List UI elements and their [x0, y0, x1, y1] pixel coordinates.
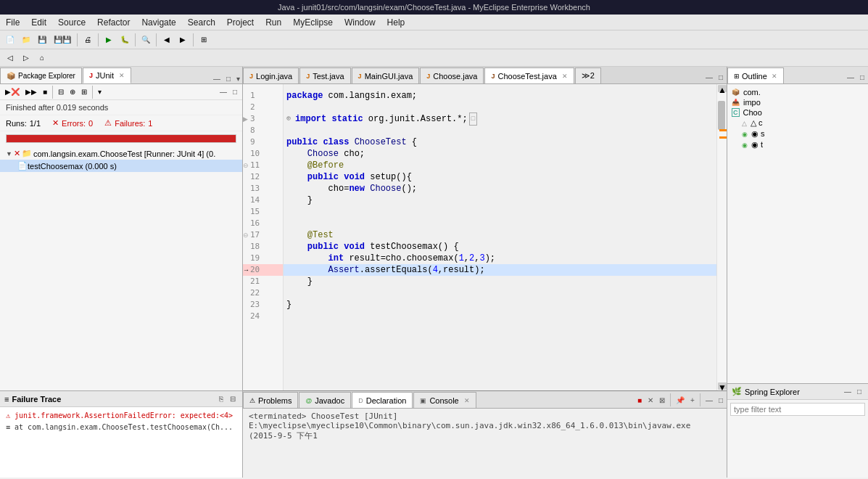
junit-status-text: Finished after 0.019 seconds — [6, 103, 108, 112]
scroll-down-arrow[interactable]: ▼ — [718, 382, 727, 390]
print-button[interactable]: 🖨 — [80, 33, 95, 47]
view-menu-left-button[interactable]: ▾ — [234, 74, 242, 83]
maximize-spring-button[interactable]: □ — [855, 387, 864, 396]
minimize-junit-button[interactable]: — — [218, 87, 229, 97]
tab-junit[interactable]: J JUnit ✕ — [83, 67, 131, 83]
maximize-bottom-button[interactable]: □ — [716, 396, 725, 405]
pin-console-button[interactable]: 📌 — [674, 396, 687, 405]
maximize-editor-button[interactable]: □ — [716, 73, 725, 82]
menu-source[interactable]: Source — [52, 16, 91, 29]
menu-project[interactable]: Project — [221, 16, 260, 29]
menu-myeclipse[interactable]: MyEclipse — [287, 16, 339, 29]
remove-console-button[interactable]: ✕ — [645, 396, 656, 405]
minimize-bottom-button[interactable]: — — [703, 396, 715, 405]
menu-file[interactable]: File — [0, 16, 25, 29]
menu-bar: File Edit Source Refactor Navigate Searc… — [0, 15, 868, 30]
search-tb-button[interactable]: 🔍 — [139, 33, 153, 47]
minimize-spring-button[interactable]: — — [842, 387, 853, 396]
hierarchy-button[interactable]: ⊕ — [67, 86, 78, 97]
tab-choose[interactable]: J Choose.java — [420, 67, 484, 83]
outline-tab-close[interactable]: ✕ — [772, 73, 777, 80]
menu-edit[interactable]: Edit — [25, 16, 52, 29]
layout-button[interactable]: ⊞ — [79, 86, 89, 97]
menu-search[interactable]: Search — [182, 16, 221, 29]
minimize-outline-button[interactable]: — — [845, 73, 856, 82]
tab-overflow[interactable]: ≫2 — [575, 67, 601, 83]
tab-console[interactable]: ▣ Console ✕ — [413, 392, 476, 408]
tab-javadoc[interactable]: @ Javadoc — [299, 392, 351, 408]
back-button[interactable]: ◀ — [160, 33, 174, 47]
maximize-left-button[interactable]: □ — [224, 74, 233, 83]
outline-field-icon: △ — [742, 120, 747, 127]
outline-method-2[interactable]: ◉ ◉ t — [730, 139, 865, 150]
outline-method1-label: ◉ s — [751, 129, 765, 139]
tree-child-item[interactable]: 📄 testChoosemax (0.000 s) — [0, 160, 242, 172]
junit-menu-button[interactable]: ▾ — [96, 86, 104, 97]
menu-help[interactable]: Help — [381, 16, 411, 29]
tab-choose-icon: J — [426, 73, 430, 80]
tab-outline[interactable]: ⊞ Outline ✕ — [727, 67, 784, 83]
new-console-button[interactable]: + — [688, 396, 697, 405]
outline-class[interactable]: C Choo — [730, 107, 865, 118]
choosetest-tab-close[interactable]: ✕ — [562, 73, 568, 80]
save-all-button[interactable]: 💾💾 — [51, 33, 74, 47]
forward-button[interactable]: ▶ — [175, 33, 190, 47]
right-panel-controls: — □ — [843, 71, 868, 83]
gutter-row-19: 19 — [243, 253, 283, 264]
spring-filter-input[interactable] — [730, 403, 865, 416]
gutter-row-20: →20 — [243, 264, 283, 276]
tab-choosetest-icon: J — [491, 73, 495, 80]
minimize-editor-button[interactable]: — — [703, 73, 715, 82]
failures-value: 1 — [148, 119, 152, 128]
scroll-thumb[interactable] — [718, 101, 725, 130]
maximize-outline-button[interactable]: □ — [858, 73, 867, 82]
line-num-21: 21 — [250, 276, 264, 287]
tab-package-explorer[interactable]: 📦 Package Explorer — [0, 67, 82, 83]
menu-navigate[interactable]: Navigate — [136, 16, 181, 29]
line-num-8: 8 — [250, 125, 260, 136]
tree-root-item[interactable]: ▼ ✕ 📁 com.langsin.exam.ChooseTest [Runne… — [0, 147, 242, 160]
copy-trace-button[interactable]: ⎘ — [217, 394, 226, 404]
prev-edit-button[interactable]: ◁ — [3, 51, 17, 65]
run-all-button[interactable]: ▶▶ — [23, 86, 39, 97]
menu-window[interactable]: Window — [339, 16, 381, 29]
junit-tab-close[interactable]: ✕ — [119, 72, 125, 79]
outline-method-1[interactable]: ◉ ◉ s — [730, 128, 865, 139]
line-num-16: 16 — [250, 218, 264, 229]
run-failed-button[interactable]: ▶❌ — [3, 86, 22, 97]
tab-maingui[interactable]: J MainGUI.java — [352, 67, 420, 83]
save-button[interactable]: 💾 — [35, 33, 49, 47]
filter-trace-button[interactable]: ⊟ — [228, 394, 238, 404]
maximize-junit-button[interactable]: □ — [231, 87, 239, 97]
minimize-left-button[interactable]: — — [211, 74, 223, 83]
filter-button[interactable]: ⊟ — [56, 86, 66, 97]
next-edit-button[interactable]: ▷ — [19, 51, 33, 65]
outline-field[interactable]: △ △ c — [730, 118, 865, 128]
tab-login[interactable]: J Login.java — [243, 67, 299, 83]
home-button[interactable]: ⌂ — [35, 51, 49, 65]
tree-expand-icon[interactable]: ▼ — [6, 150, 12, 157]
stop-console-button[interactable]: ■ — [635, 396, 644, 405]
menu-run[interactable]: Run — [260, 16, 287, 29]
outline-import[interactable]: 📥 impo — [730, 97, 865, 107]
tab-declaration[interactable]: D Declaration — [352, 392, 413, 408]
tab-choosetest[interactable]: J ChooseTest.java ✕ — [484, 67, 574, 83]
stop-button[interactable]: ■ — [41, 86, 49, 97]
perspective-button[interactable]: ⊞ — [197, 33, 211, 47]
debug-button[interactable]: 🐛 — [117, 33, 132, 47]
open-button[interactable]: 📁 — [19, 33, 33, 47]
menu-refactor[interactable]: Refactor — [91, 16, 136, 29]
run-button[interactable]: ▶ — [102, 33, 116, 47]
outline-com[interactable]: 📦 com. — [730, 87, 865, 97]
scroll-track[interactable] — [717, 93, 727, 382]
tab-test[interactable]: J Test.java — [299, 67, 350, 83]
new-button[interactable]: 📄 — [3, 33, 17, 47]
folder-icon: 📁 — [22, 149, 32, 158]
code-scrollbar[interactable]: ▲ ▼ — [716, 84, 727, 390]
console-tab-close[interactable]: ✕ — [464, 397, 470, 404]
tab-problems[interactable]: ⚠ Problems — [243, 392, 298, 408]
clear-console-button[interactable]: ⊠ — [657, 396, 667, 405]
outline-method2-label: ◉ t — [751, 140, 763, 150]
scroll-up-arrow[interactable]: ▲ — [718, 85, 727, 92]
gutter-row-11: ⊖11 — [243, 160, 283, 171]
